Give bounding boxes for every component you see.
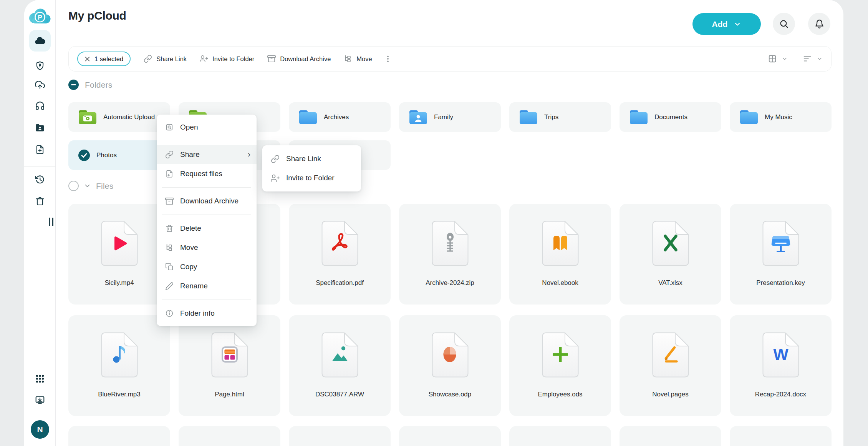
search-button[interactable] (773, 13, 795, 35)
menu-item-share[interactable]: Share › (157, 145, 257, 164)
menu-item-open[interactable]: Open (157, 118, 257, 137)
file-tile-novel-ebook[interactable]: Novel.ebook (509, 204, 611, 305)
menu-item-request-files[interactable]: Request files (157, 164, 257, 183)
file-tile-blueriver-mp3[interactable]: BlueRiver.mp3 (68, 315, 170, 416)
menu-item-rename[interactable]: Rename (157, 276, 257, 296)
chevron-down-icon[interactable] (817, 56, 823, 62)
file-name: DSC03877.ARW (289, 391, 391, 398)
sidebar-item-my-pcloud[interactable] (29, 30, 51, 52)
file-tile-dsc03877-arw[interactable]: DSC03877.ARW (289, 315, 391, 416)
sidebar-item-rewind[interactable] (35, 175, 45, 185)
invite-to-folder-action[interactable]: Invite to Folder (200, 55, 254, 63)
select-all-files-checkbox[interactable] (68, 181, 79, 191)
file-tile-partial[interactable] (179, 426, 280, 446)
file-tile-partial[interactable] (620, 426, 721, 446)
user-avatar[interactable]: N (31, 420, 49, 439)
download-archive-label: Download Archive (280, 55, 331, 63)
selection-toolbar: 1 selected Share Link Invite to Folder D… (68, 46, 832, 72)
menu-item-label: Rename (180, 282, 208, 290)
apps-grid-icon[interactable] (35, 374, 45, 384)
bell-icon (815, 19, 824, 29)
file-tile-specification-pdf[interactable]: Specification.pdf (289, 204, 391, 305)
file-tile-employees-ods[interactable]: Employees.ods (509, 315, 611, 416)
folder-tile-my-music[interactable]: My Music (730, 102, 832, 132)
menu-item-label: Copy (180, 263, 197, 271)
submenu-item-invite-to-folder[interactable]: Invite to Folder (262, 168, 361, 188)
word-file-icon: W (762, 332, 799, 378)
file-tile-archive-2024-zip[interactable]: Archive-2024.zip (399, 204, 501, 305)
audio-file-icon (101, 332, 138, 378)
menu-item-copy[interactable]: Copy (157, 257, 257, 276)
sidebar-item-backup[interactable] (35, 80, 45, 90)
chevron-down-icon[interactable] (84, 182, 91, 190)
more-actions-button[interactable] (384, 55, 392, 63)
link-icon (144, 55, 152, 63)
menu-item-move[interactable]: Move (157, 238, 257, 257)
file-tile-vat-xlsx[interactable]: VAT.xlsx (620, 204, 721, 305)
html-file-icon (211, 332, 248, 378)
add-button-label: Add (712, 20, 728, 29)
menu-item-folder-info[interactable]: Folder info (157, 304, 257, 323)
sidebar-item-audio[interactable] (35, 101, 45, 111)
folder-tile-photos-selected[interactable]: Photos (68, 140, 170, 170)
file-name: Specification.pdf (289, 279, 391, 287)
folder-tile-documents[interactable]: Documents (620, 102, 721, 132)
desktop-app-download-icon[interactable] (35, 395, 45, 405)
add-button[interactable]: Add (692, 13, 761, 35)
file-tile-partial[interactable] (509, 426, 611, 446)
folder-tile-archives[interactable]: Archives (289, 102, 391, 132)
folder-name: Documents (654, 113, 687, 121)
file-tile-partial[interactable] (68, 426, 170, 446)
folder-tile-family[interactable]: Family (399, 102, 501, 132)
file-tile-partial[interactable] (399, 426, 501, 446)
sidebar-item-crypto[interactable] (35, 61, 45, 71)
info-icon (165, 309, 174, 318)
folder-name: My Music (765, 113, 792, 121)
folders-section-label: Folders (85, 80, 112, 90)
trash-icon (165, 224, 174, 233)
grid-view-button[interactable] (768, 55, 777, 63)
search-icon (779, 19, 789, 29)
selection-chip[interactable]: 1 selected (77, 52, 131, 66)
zip-file-icon (432, 221, 469, 266)
file-tile-novel-pages[interactable]: Novel.pages (620, 315, 721, 416)
menu-item-label: Open (180, 123, 198, 131)
context-menu: Open Share › Request files Download Arch… (157, 115, 257, 326)
folder-tile-automatic-upload[interactable]: Automatic Upload (68, 102, 170, 132)
menu-item-download-archive[interactable]: Download Archive (157, 191, 257, 211)
file-tile-page-html[interactable]: Page.html (179, 315, 280, 416)
collapse-folders-button[interactable] (68, 80, 79, 90)
sort-button[interactable] (803, 55, 812, 63)
move-action[interactable]: Move (344, 55, 372, 63)
file-name: Showcase.odp (399, 391, 501, 398)
file-tile-sicily-mp4[interactable]: Sicily.mp4 (68, 204, 170, 305)
sidebar-item-file-requests[interactable] (35, 145, 45, 155)
pencil-icon (165, 282, 174, 290)
selected-check-icon[interactable] (78, 150, 90, 161)
file-tile-showcase-odp[interactable]: Showcase.odp (399, 315, 501, 416)
file-name: Page.html (179, 391, 280, 398)
folder-name: Trips (544, 113, 558, 121)
pcloud-logo-icon[interactable]: P (28, 8, 52, 25)
folder-name: Photos (96, 151, 117, 159)
folders-section-header: Folders (68, 80, 112, 90)
menu-item-delete[interactable]: Delete (157, 219, 257, 238)
file-tile-partial[interactable] (730, 426, 832, 446)
file-tile-presentation-key[interactable]: Presentation.key (730, 204, 832, 305)
file-tile-recap-2024-docx[interactable]: W Recap-2024.docx (730, 315, 832, 416)
archive-icon (267, 55, 276, 63)
sidebar-collapse-handle[interactable] (49, 218, 53, 226)
sidebar-item-trash[interactable] (35, 196, 45, 206)
submenu-item-share-link[interactable]: Share Link (262, 149, 361, 168)
download-archive-action[interactable]: Download Archive (267, 55, 331, 63)
file-name: Recap-2024.docx (730, 391, 832, 398)
pages-file-icon (652, 332, 689, 378)
sidebar-item-shared[interactable] (35, 123, 45, 133)
move-label: Move (356, 55, 372, 63)
chevron-down-icon[interactable] (782, 56, 788, 62)
share-link-action[interactable]: Share Link (144, 55, 187, 63)
file-tile-partial[interactable] (289, 426, 391, 446)
file-name: BlueRiver.mp3 (68, 391, 170, 398)
folder-tile-trips[interactable]: Trips (509, 102, 611, 132)
notifications-button[interactable] (808, 13, 830, 35)
